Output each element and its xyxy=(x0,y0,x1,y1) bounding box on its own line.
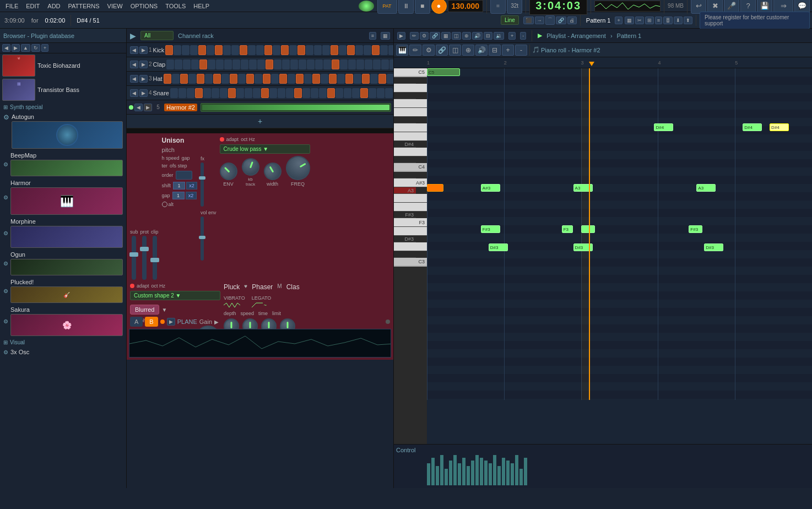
key-ab3[interactable] xyxy=(394,194,427,203)
key-b3[interactable] xyxy=(394,172,416,178)
key-g3[interactable] xyxy=(394,203,427,212)
t2-btn-2[interactable]: → xyxy=(535,17,544,24)
vel-bar-1[interactable] xyxy=(427,463,430,485)
note-ds4-2[interactable]: D#4 xyxy=(743,123,762,131)
key-b4[interactable] xyxy=(394,77,416,84)
sidebar-item-beepmap[interactable]: ⚙ BeepMap xyxy=(0,150,126,177)
sidebar-item-sakura[interactable]: ⚙ Sakura 🌸 xyxy=(0,304,126,337)
cr-filter-dropdown[interactable]: All xyxy=(140,31,174,40)
t2-up-btn[interactable]: ⬆ xyxy=(684,17,692,24)
t2-btn-4[interactable]: 🔗 xyxy=(556,17,566,24)
cr-ctrl-5a[interactable]: ◀ xyxy=(134,104,143,111)
note-ab3-orange[interactable] xyxy=(427,184,443,192)
pr-t2[interactable]: ✏ xyxy=(409,45,421,56)
sidebar-item-3xosc[interactable]: ⚙ 3x Osc xyxy=(0,346,126,356)
vel-bar-8[interactable] xyxy=(458,463,461,485)
pr-t8[interactable]: ⊟ xyxy=(489,45,501,56)
menu-item-add[interactable]: ADD xyxy=(44,2,63,10)
vel-bar-19[interactable] xyxy=(506,461,510,485)
vel-bar-11[interactable] xyxy=(471,461,474,485)
add-pattern-btn[interactable]: + xyxy=(615,17,622,24)
t2-grid-btn[interactable]: ⊞ xyxy=(645,17,654,24)
nav-up[interactable]: ▲ xyxy=(21,44,30,52)
add-plugin-btn[interactable]: + xyxy=(41,44,48,52)
note-ds4-cursor[interactable]: D#4 xyxy=(770,123,789,131)
nav-refresh[interactable]: ↻ xyxy=(31,44,40,52)
filter1-dropdown[interactable]: Crude low pass ▼ xyxy=(220,144,310,154)
key-fs3[interactable]: F#3 xyxy=(394,212,416,218)
vel-bar-12[interactable] xyxy=(475,455,479,485)
filter2-dropdown[interactable]: Custom shape 2 ▼ xyxy=(130,291,220,300)
key-ds4[interactable]: D#4 xyxy=(394,141,416,148)
note-ds4-1[interactable]: D#4 xyxy=(654,123,673,131)
cr-ctrl-1b[interactable]: ▶ xyxy=(139,46,148,54)
t2-down-btn[interactable]: ⬇ xyxy=(674,17,683,24)
key-d4[interactable] xyxy=(394,148,427,156)
pr-t4[interactable]: 🔗 xyxy=(436,45,448,56)
snap-btn[interactable]: ⌗ xyxy=(490,0,506,14)
arr-zoom-in[interactable]: + xyxy=(508,32,516,40)
key-bb3[interactable]: A#3 xyxy=(394,178,427,187)
note-ds3-1[interactable]: D#3 xyxy=(489,243,508,251)
menu-item-tools[interactable]: TOOLS xyxy=(162,2,189,10)
slider-clip[interactable] xyxy=(153,236,157,280)
key-fs4[interactable] xyxy=(394,117,416,123)
key-d3[interactable] xyxy=(394,242,427,251)
vel-bar-16[interactable] xyxy=(493,455,496,485)
cr-nav-btn[interactable]: ▶ xyxy=(130,31,136,40)
nav-back[interactable]: ◀ xyxy=(2,44,10,52)
note-c5[interactable]: C5 xyxy=(427,68,460,76)
shift-value[interactable]: 1 xyxy=(173,182,185,189)
arr-t3[interactable]: 🔗 xyxy=(430,32,440,40)
nav-forward[interactable]: ▶ xyxy=(12,44,20,52)
sidebar-item-morphine[interactable]: ⚙ Morphine xyxy=(0,216,126,249)
key-c3[interactable]: C3 xyxy=(394,258,427,267)
note-fs3-1[interactable]: F#3 xyxy=(481,225,500,233)
pr-t1[interactable]: 🎹 xyxy=(396,45,408,56)
key-cs4[interactable] xyxy=(394,156,416,163)
note-ab3-1[interactable]: A#3 xyxy=(481,184,500,192)
note-f3-2b[interactable] xyxy=(581,225,595,233)
key-c5[interactable]: C5 xyxy=(394,68,427,77)
pr-t9[interactable]: + xyxy=(502,45,514,56)
vel-bar-18[interactable] xyxy=(502,458,505,485)
pause-btn[interactable]: ⏸ xyxy=(398,0,414,14)
sidebar-item-autogun-section[interactable]: ⚙ Autogun xyxy=(0,111,126,150)
slider-prot[interactable] xyxy=(142,236,147,280)
order-display[interactable] xyxy=(176,171,192,180)
tab-b-btn[interactable]: B xyxy=(145,317,158,327)
key-ds3[interactable]: D#3 xyxy=(394,236,416,242)
note-ds3-3[interactable]: D#3 xyxy=(704,243,723,251)
cr-mixer-btn[interactable]: ≡ xyxy=(369,32,376,40)
sidebar-item-plucked[interactable]: ⚙ Plucked! 🎸 xyxy=(0,277,126,304)
roll-grid[interactable]: C5 A#3 F#3 D#3 A3 F3 D#3 D#4 A3 F#3 D#3 xyxy=(427,68,812,444)
blurred-btn[interactable]: Blurred xyxy=(130,305,159,315)
cr-ctrl-4b[interactable]: ▶ xyxy=(139,89,148,97)
slider-fx[interactable] xyxy=(201,163,204,207)
key-ab4[interactable] xyxy=(394,99,427,108)
knob-freq-ctrl[interactable] xyxy=(282,151,315,185)
pr-t7[interactable]: 🔊 xyxy=(475,45,488,56)
cr-ctrl-1a[interactable]: ◀ xyxy=(130,46,138,54)
slider-sub[interactable] xyxy=(132,236,136,280)
pr-t3[interactable]: ⚙ xyxy=(423,45,435,56)
note-a3-3[interactable]: A3 xyxy=(696,184,716,192)
key-e4[interactable] xyxy=(394,132,427,141)
cr-add-btn[interactable]: + xyxy=(127,115,393,128)
t2-btn-5[interactable]: 🖨 xyxy=(567,17,577,24)
bpm-display[interactable]: 130.000 xyxy=(448,0,484,12)
vel-bar-10[interactable] xyxy=(467,466,470,485)
cr-ctrl-2a[interactable]: ◀ xyxy=(130,61,138,68)
sidebar-item-harmor[interactable]: ⚙ Harmor 🎹 xyxy=(0,177,126,216)
key-f3[interactable]: F3 xyxy=(394,218,427,227)
shift-x2[interactable]: x2 xyxy=(186,182,197,189)
menu-item-edit[interactable]: EDIT xyxy=(23,2,43,10)
slider-vol-env[interactable] xyxy=(201,216,204,261)
arr-t2[interactable]: ⚙ xyxy=(420,32,429,40)
arr-nav-btn[interactable]: ▶ xyxy=(397,32,405,40)
line-selector[interactable]: Line xyxy=(501,15,519,25)
sidebar-item-ogun[interactable]: ⚙ Ogun xyxy=(0,249,126,277)
key-e3[interactable] xyxy=(394,227,427,236)
arr-t1[interactable]: ✏ xyxy=(410,32,419,40)
cr-ctrl-2b[interactable]: ▶ xyxy=(139,61,148,68)
